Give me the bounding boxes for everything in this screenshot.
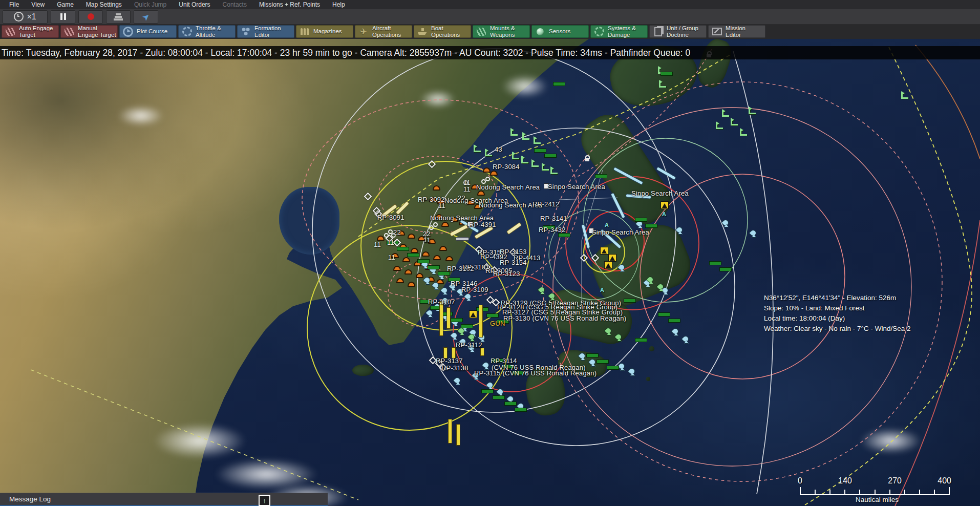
neutral-radar-icon[interactable]: [538, 287, 545, 293]
friendly-land-unit-icon[interactable]: [522, 133, 529, 140]
hostile-sam-site-icon[interactable]: [377, 236, 385, 241]
contact-dot-icon[interactable]: [433, 222, 438, 227]
neutral-radar-icon[interactable]: [467, 334, 475, 341]
friendly-naval-radar-icon[interactable]: [675, 227, 683, 234]
hostile-sam-site-icon[interactable]: [411, 248, 418, 253]
hostile-sam-site-icon[interactable]: [408, 234, 415, 239]
friendly-land-unit-icon[interactable]: [749, 107, 756, 114]
contact-track-icon[interactable]: [456, 237, 469, 241]
friendly-naval-radar-icon[interactable]: [671, 328, 679, 335]
message-log-bar[interactable]: Message Log ↑: [0, 493, 328, 506]
friendly-naval-radar-icon[interactable]: [453, 377, 461, 384]
friendly-land-unit-icon[interactable]: [716, 122, 723, 129]
manual-engage-target-button[interactable]: ManualEngage Target: [60, 25, 118, 38]
friendly-land-unit-icon[interactable]: [474, 145, 481, 152]
record-button[interactable]: [78, 10, 103, 24]
menu-item-missions-ref-points[interactable]: Missions + Ref. Points: [253, 0, 326, 9]
friendly-land-unit-icon[interactable]: [534, 137, 541, 144]
menu-item-unit-orders[interactable]: Unit Orders: [173, 0, 216, 9]
pause-button[interactable]: [51, 10, 75, 24]
hostile-sam-site-icon[interactable]: [439, 246, 447, 251]
friendly-land-unit-icon[interactable]: [510, 129, 518, 136]
neutral-radar-icon[interactable]: [604, 328, 612, 334]
quick-jump-button[interactable]: ➤: [134, 10, 158, 24]
friendly-naval-radar-icon[interactable]: [423, 277, 431, 284]
auto-engage-target-button[interactable]: Auto EngageTarget: [2, 25, 59, 38]
friendly-naval-radar-icon[interactable]: [496, 389, 504, 395]
menu-item-help[interactable]: Help: [326, 0, 351, 9]
weapon-salvo-icon[interactable]: [479, 305, 483, 338]
friendly-naval-radar-icon[interactable]: [681, 336, 689, 343]
neutral-radar-icon[interactable]: [457, 328, 465, 334]
friendly-land-unit-icon[interactable]: [722, 110, 729, 117]
aircraft-track-icon[interactable]: [656, 166, 676, 180]
hostile-sam-site-icon[interactable]: [416, 273, 423, 278]
reference-point-icon[interactable]: [364, 193, 372, 201]
hostile-sam-site-icon[interactable]: [404, 269, 412, 275]
friendly-land-unit-icon[interactable]: [740, 129, 747, 136]
mounts-weapons-button[interactable]: Mounts &Weapons: [473, 25, 530, 38]
friendly-land-unit-icon[interactable]: [531, 160, 539, 167]
missile-track-icon[interactable]: [395, 201, 410, 215]
unknown-sub-contact-icon[interactable]: [469, 310, 477, 318]
hostile-sam-site-icon[interactable]: [393, 266, 401, 271]
unit-group-doctrine-button[interactable]: Unit / GroupDoctrine: [649, 25, 707, 38]
formation-editor-button[interactable]: FormationEditor: [237, 25, 294, 38]
friendly-naval-radar-icon[interactable]: [482, 362, 489, 369]
hostile-sam-site-icon[interactable]: [396, 278, 404, 283]
menu-item-map-settings[interactable]: Map Settings: [80, 0, 128, 9]
aircraft-track-icon[interactable]: [610, 193, 626, 219]
unknown-sub-contact-icon[interactable]: [600, 247, 608, 255]
menu-item-file[interactable]: File: [3, 0, 25, 9]
friendly-naval-radar-icon[interactable]: [617, 264, 625, 271]
hostile-sam-site-icon[interactable]: [433, 185, 440, 191]
friendly-naval-radar-icon[interactable]: [588, 359, 596, 366]
friendly-land-unit-icon[interactable]: [485, 149, 492, 156]
friendly-naval-radar-icon[interactable]: [432, 282, 439, 289]
unknown-sub-contact-icon[interactable]: [608, 254, 616, 262]
friendly-naval-radar-icon[interactable]: [440, 287, 448, 294]
boat-operations-button[interactable]: BoatOperations: [414, 25, 471, 38]
time-compression-button[interactable]: ×1: [3, 10, 48, 24]
hostile-sam-site-icon[interactable]: [422, 251, 430, 257]
hostile-sam-site-icon[interactable]: [408, 282, 415, 287]
reference-point-icon[interactable]: [580, 254, 588, 262]
menu-item-view[interactable]: View: [25, 0, 51, 9]
neutral-radar-icon[interactable]: [646, 277, 654, 283]
weapon-salvo-icon[interactable]: [456, 424, 460, 446]
weapon-salvo-icon[interactable]: [446, 307, 451, 329]
reference-point-icon[interactable]: [591, 254, 600, 262]
weapon-salvo-icon[interactable]: [480, 348, 484, 356]
hostile-sam-site-icon[interactable]: [483, 167, 491, 173]
friendly-land-unit-icon[interactable]: [550, 167, 558, 174]
neutral-radar-icon[interactable]: [614, 334, 622, 341]
friendly-land-unit-icon[interactable]: [731, 118, 738, 125]
contact-dot-icon[interactable]: [384, 233, 389, 238]
magazines-button[interactable]: Magazines: [296, 25, 353, 38]
weapon-salvo-icon[interactable]: [448, 419, 452, 444]
message-log-collapse-button[interactable]: ↑: [259, 495, 270, 506]
hostile-sam-site-icon[interactable]: [441, 222, 449, 227]
friendly-land-unit-icon[interactable]: [521, 156, 528, 163]
weapon-salvo-icon[interactable]: [439, 301, 443, 336]
mission-editor-button[interactable]: MissionEditor: [708, 25, 765, 38]
friendly-naval-radar-icon[interactable]: [578, 353, 586, 360]
systems-damage-button[interactable]: Systems &Damage: [590, 25, 648, 38]
friendly-naval-radar-icon[interactable]: [450, 332, 458, 339]
menu-item-game[interactable]: Game: [51, 0, 80, 9]
friendly-naval-radar-icon[interactable]: [749, 230, 757, 237]
hostile-sam-site-icon[interactable]: [490, 171, 498, 176]
friendly-land-unit-icon[interactable]: [542, 163, 549, 171]
friendly-naval-radar-icon[interactable]: [464, 293, 472, 300]
friendly-naval-radar-icon[interactable]: [486, 382, 494, 389]
aircraft-operations-button[interactable]: ✈AircraftOperations: [355, 25, 412, 38]
contact-dot-icon[interactable]: [429, 225, 434, 230]
plot-course-button[interactable]: Plot Course: [119, 25, 177, 38]
unknown-sub-contact-icon[interactable]: [661, 201, 669, 209]
friendly-land-unit-icon[interactable]: [512, 152, 519, 159]
friendly-naval-radar-icon[interactable]: [721, 220, 729, 226]
map-viewport[interactable]: AAA43RP-30841111Nodong Search AreaSinpo …: [0, 39, 980, 506]
contact-dot-icon[interactable]: [485, 177, 490, 181]
hostile-sam-site-icon[interactable]: [402, 257, 410, 262]
friendly-land-unit-icon[interactable]: [659, 80, 666, 88]
